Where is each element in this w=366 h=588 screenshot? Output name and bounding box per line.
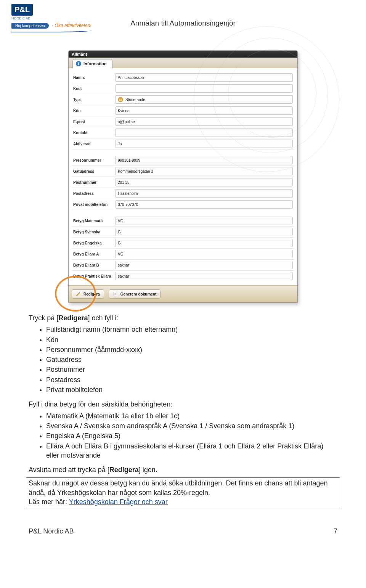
field-value-text: saknar <box>118 274 129 278</box>
logo-subtext: NORDIC AB <box>11 16 92 20</box>
note-link[interactable]: Yrkeshögskolan Frågor och svar <box>69 498 168 506</box>
field-label: Kön <box>73 109 115 113</box>
form-row: Betyg Praktisk Ellärasaknar <box>72 271 294 281</box>
field-label: Betyg Svenska <box>73 230 115 234</box>
list-item: Privat mobiltelefon <box>46 385 337 394</box>
form-row: Betyg Ellära AVG <box>72 249 294 260</box>
form-row: E-postaj@pol.se <box>72 116 294 127</box>
logo-text: P&L <box>11 4 33 16</box>
list-item: Engelska A (Engelska 5) <box>46 431 337 440</box>
field-label: E-post <box>73 120 115 124</box>
field-value[interactable]: Hässleholm <box>115 189 293 198</box>
mid-text: Fyll i dina betyg för den särskilda behö… <box>29 400 337 409</box>
form-row: Betyg EngelskaG <box>72 238 294 249</box>
intro-post: ] och fyll i: <box>88 314 118 322</box>
action-bar: Redigera Generera dokument <box>69 285 297 302</box>
form-row: Kontakt <box>72 127 294 138</box>
tab-information[interactable]: i Information <box>72 59 112 69</box>
field-value-text: 070-707070 <box>118 202 138 207</box>
list-item: Ellära A och Ellära B i gymnasieskolans … <box>46 442 337 460</box>
form-row: Personnummer990101-9999 <box>72 155 294 166</box>
field-value[interactable]: Ja <box>115 140 293 148</box>
field-value-text: VG <box>118 219 123 223</box>
logo-banner: Höj kompetensen - Öka effektiviteten! <box>11 22 92 32</box>
form-row: GatuadressKommendörsgatan 3 <box>72 166 294 177</box>
list-item: Postadress <box>46 375 337 384</box>
form-row: Namn:Ann Jacobsson <box>72 72 294 83</box>
field-label: Gatuadress <box>73 169 115 174</box>
field-label: Kod: <box>73 87 115 91</box>
field-label: Betyg Engelska <box>73 241 115 245</box>
list-item: Personnummer (ååmmdd-xxxx) <box>46 345 337 354</box>
list-item: Svenska A / Svenska som andraspråk A (Sv… <box>46 421 337 431</box>
instruction-text: Tryck på [Redigera] och fyll i: Fullstän… <box>29 313 337 474</box>
form-row: Kod: <box>72 83 294 94</box>
field-value-text: VG <box>118 252 123 256</box>
form-body: Namn:Ann JacobssonKod:Typ:☺StuderandeKön… <box>69 68 297 285</box>
field-value-text: Hässleholm <box>118 191 138 196</box>
tab-strip: i Information <box>69 58 297 68</box>
field-value[interactable]: G <box>115 228 293 236</box>
list-item: Fullständigt namn (förnamn och efternamn… <box>46 325 337 334</box>
pencil-icon <box>76 291 81 297</box>
form-row: Privat mobiltelefon070-707070 <box>72 199 294 210</box>
field-value-text: Kvinna <box>118 109 130 113</box>
fill-list-1: Fullständigt namn (förnamn och efternamn… <box>29 325 337 394</box>
note-box: Saknar du något av dessa betyg kan du än… <box>26 477 340 508</box>
fill-list-2: Matematik A (Matematik 1a eller 1b eller… <box>29 411 337 460</box>
info-icon: i <box>76 61 81 66</box>
field-label: Postadress <box>73 191 115 196</box>
form-row: AktiveradJa <box>72 138 294 149</box>
page-footer: P&L Nordic AB 7 <box>29 527 337 535</box>
field-value-text: aj@pol.se <box>118 120 135 124</box>
field-label: Betyg Matematik <box>73 219 115 223</box>
form-row: Betyg SvenskaG <box>72 227 294 238</box>
student-icon: ☺ <box>118 97 123 102</box>
field-label: Personnummer <box>73 158 115 162</box>
form-row: Postnummer281 35 <box>72 177 294 188</box>
field-value[interactable]: 070-707070 <box>115 200 293 209</box>
field-value[interactable]: saknar <box>115 261 293 269</box>
field-value[interactable]: VG <box>115 217 293 225</box>
field-value-text: G <box>118 230 121 234</box>
field-value[interactable]: 281 35 <box>115 178 293 186</box>
list-item: Matematik A (Matematik 1a eller 1b eller… <box>46 411 337 421</box>
field-value[interactable]: 990101-9999 <box>115 156 293 164</box>
intro-bold: Redigera <box>58 314 88 322</box>
field-value[interactable]: Kommendörsgatan 3 <box>115 167 293 175</box>
footer-left: P&L Nordic AB <box>29 527 74 535</box>
field-value[interactable]: saknar <box>115 272 293 280</box>
field-value[interactable]: ☺Studerande <box>115 95 293 104</box>
field-value-text: saknar <box>118 263 129 267</box>
document-icon <box>113 291 118 297</box>
end-post: ] igen. <box>139 466 157 474</box>
field-label: Aktiverad <box>73 142 115 146</box>
note-line-2-pre: Läs mer här: <box>29 498 69 506</box>
end-bold: Redigera <box>109 466 139 474</box>
note-line-1: Saknar du något av dessa betyg kan du än… <box>29 479 337 497</box>
field-label: Betyg Ellära A <box>73 252 115 256</box>
banner-orange: - Öka effektiviteten! <box>52 23 91 28</box>
edit-button[interactable]: Redigera <box>72 289 104 299</box>
field-label: Typ: <box>73 98 115 102</box>
field-value-text: Kommendörsgatan 3 <box>118 169 153 174</box>
user-info-panel: Allmänt i Information Namn:Ann Jacobsson… <box>68 50 298 303</box>
field-value[interactable]: Kvinna <box>115 106 293 115</box>
field-label: Betyg Ellära B <box>73 263 115 267</box>
field-value[interactable]: VG <box>115 250 293 258</box>
field-label: Namn: <box>73 76 115 80</box>
field-value[interactable]: aj@pol.se <box>115 117 293 126</box>
field-value[interactable] <box>115 84 293 93</box>
field-value[interactable]: G <box>115 239 293 247</box>
field-label: Betyg Praktisk Ellära <box>73 274 115 278</box>
generate-button-label: Generera dokument <box>120 292 156 296</box>
tab-label: Information <box>83 61 107 66</box>
field-value-text: Ja <box>118 142 122 146</box>
field-value-text: G <box>118 241 121 245</box>
form-row: Betyg Ellära Bsaknar <box>72 260 294 271</box>
field-value[interactable] <box>115 129 293 137</box>
field-value[interactable]: Ann Jacobsson <box>115 73 293 82</box>
panel-titlebar: Allmänt <box>69 51 297 58</box>
generate-document-button[interactable]: Generera dokument <box>109 289 161 299</box>
list-item: Gatuadress <box>46 355 337 364</box>
